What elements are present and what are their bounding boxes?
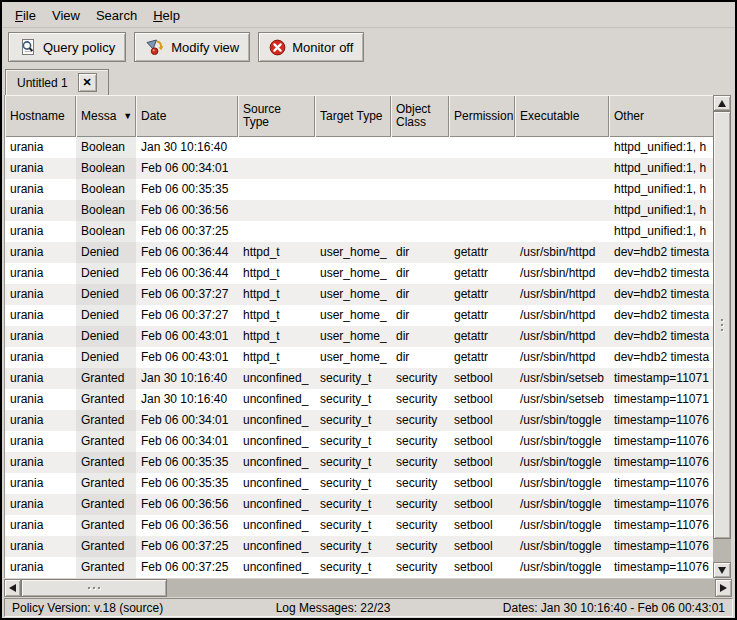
cell-date: Feb 06 00:36:56 bbox=[136, 515, 238, 536]
cell-message: Boolean bbox=[76, 137, 136, 158]
cell-source-type bbox=[238, 200, 315, 221]
dates-status: Dates: Jan 30 10:16:40 - Feb 06 00:43:01 bbox=[503, 601, 725, 615]
close-icon: ✕ bbox=[83, 77, 92, 88]
cell-date: Feb 06 00:43:01 bbox=[136, 326, 238, 347]
table-row[interactable]: uraniaBooleanFeb 06 00:36:56httpd_unifie… bbox=[5, 200, 713, 221]
cell-other: httpd_unified:1, h bbox=[609, 221, 713, 242]
column-header-label: Target Type bbox=[320, 110, 382, 123]
table-row[interactable]: uraniaGrantedJan 30 10:16:40unconfined_s… bbox=[5, 368, 713, 389]
cell-executable: /usr/sbin/toggle bbox=[515, 452, 609, 473]
scroll-down-button[interactable] bbox=[713, 562, 731, 578]
column-header-label: Hostname bbox=[10, 110, 65, 123]
menu-search-label: Search bbox=[96, 8, 137, 23]
cell-permission: setbool bbox=[449, 494, 515, 515]
policy-version-status: Policy Version: v.18 (source) bbox=[12, 601, 163, 615]
cell-target-type: user_home_ bbox=[315, 326, 391, 347]
column-header-object-class[interactable]: Object Class bbox=[391, 95, 449, 137]
cell-object-class: dir bbox=[391, 263, 449, 284]
cell-hostname: urania bbox=[5, 242, 76, 263]
toolbar: Query policy Modify view Mo bbox=[2, 28, 735, 66]
column-header-target-type[interactable]: Target Type bbox=[315, 95, 391, 137]
cell-message: Denied bbox=[76, 326, 136, 347]
table-row[interactable]: uraniaBooleanFeb 06 00:34:01httpd_unifie… bbox=[5, 158, 713, 179]
cell-target-type: security_t bbox=[315, 389, 391, 410]
table-row[interactable]: uraniaDeniedFeb 06 00:37:27httpd_tuser_h… bbox=[5, 305, 713, 326]
cell-permission: getattr bbox=[449, 242, 515, 263]
cell-target-type bbox=[315, 179, 391, 200]
table-row[interactable]: uraniaGrantedFeb 06 00:34:01unconfined_s… bbox=[5, 410, 713, 431]
menu-file[interactable]: File bbox=[7, 4, 44, 27]
table-row[interactable]: uraniaGrantedFeb 06 00:34:01unconfined_s… bbox=[5, 431, 713, 452]
menu-view[interactable]: View bbox=[44, 4, 88, 27]
cell-message: Denied bbox=[76, 284, 136, 305]
table-area: HostnameMessa▼DateSource TypeTarget Type… bbox=[4, 95, 732, 578]
column-header-message[interactable]: Messa▼ bbox=[76, 95, 136, 137]
table-body: uraniaBooleanJan 30 10:16:40httpd_unifie… bbox=[5, 137, 713, 578]
table-row[interactable]: uraniaDeniedFeb 06 00:36:44httpd_tuser_h… bbox=[5, 242, 713, 263]
cell-message: Granted bbox=[76, 473, 136, 494]
cell-executable: /usr/sbin/toggle bbox=[515, 536, 609, 557]
cell-date: Feb 06 00:37:27 bbox=[136, 305, 238, 326]
column-header-hostname[interactable]: Hostname bbox=[5, 95, 76, 137]
table-row[interactable]: uraniaDeniedFeb 06 00:36:44httpd_tuser_h… bbox=[5, 263, 713, 284]
table-row[interactable]: uraniaGrantedJan 30 10:16:40unconfined_s… bbox=[5, 389, 713, 410]
cell-target-type: security_t bbox=[315, 431, 391, 452]
monitor-off-label: Monitor off bbox=[292, 40, 353, 55]
cell-permission bbox=[449, 221, 515, 242]
table-row[interactable]: uraniaBooleanJan 30 10:16:40httpd_unifie… bbox=[5, 137, 713, 158]
cell-source-type: unconfined_ bbox=[238, 473, 315, 494]
cell-other: timestamp=11076 bbox=[609, 431, 713, 452]
scroll-left-button[interactable] bbox=[4, 579, 21, 597]
table-row[interactable]: uraniaGrantedFeb 06 00:35:35unconfined_s… bbox=[5, 473, 713, 494]
table-row[interactable]: uraniaGrantedFeb 06 00:37:25unconfined_s… bbox=[5, 536, 713, 557]
cell-object-class: security bbox=[391, 410, 449, 431]
cell-source-type bbox=[238, 221, 315, 242]
menu-view-label: View bbox=[52, 8, 80, 23]
cell-executable bbox=[515, 179, 609, 200]
cell-hostname: urania bbox=[5, 200, 76, 221]
horizontal-scrollbar-thumb[interactable] bbox=[21, 579, 167, 597]
table-row[interactable]: uraniaGrantedFeb 06 00:35:35unconfined_s… bbox=[5, 452, 713, 473]
cell-executable: /usr/sbin/httpd bbox=[515, 326, 609, 347]
cell-message: Granted bbox=[76, 536, 136, 557]
table-row[interactable]: uraniaDeniedFeb 06 00:43:01httpd_tuser_h… bbox=[5, 347, 713, 368]
horizontal-scrollbar bbox=[4, 579, 732, 597]
query-policy-button[interactable]: Query policy bbox=[8, 32, 126, 62]
cell-message: Boolean bbox=[76, 221, 136, 242]
table-row[interactable]: uraniaGrantedFeb 06 00:36:56unconfined_s… bbox=[5, 515, 713, 536]
cell-date: Feb 06 00:35:35 bbox=[136, 179, 238, 200]
vertical-scrollbar-thumb[interactable] bbox=[713, 111, 731, 539]
cell-hostname: urania bbox=[5, 326, 76, 347]
horizontal-scrollbar-track[interactable] bbox=[21, 579, 715, 597]
table-row[interactable]: uraniaBooleanFeb 06 00:37:25httpd_unifie… bbox=[5, 221, 713, 242]
tab-close-button[interactable]: ✕ bbox=[78, 73, 97, 92]
cell-date: Jan 30 10:16:40 bbox=[136, 368, 238, 389]
cell-object-class bbox=[391, 158, 449, 179]
cell-source-type bbox=[238, 137, 315, 158]
table-row[interactable]: uraniaGrantedFeb 06 00:37:25unconfined_s… bbox=[5, 557, 713, 578]
menu-search[interactable]: Search bbox=[88, 4, 145, 27]
tab-untitled-1[interactable]: Untitled 1 ✕ bbox=[5, 69, 109, 95]
table-row[interactable]: uraniaDeniedFeb 06 00:43:01httpd_tuser_h… bbox=[5, 326, 713, 347]
modify-view-button[interactable]: Modify view bbox=[134, 32, 250, 62]
column-header-other[interactable]: Other bbox=[609, 95, 713, 137]
cell-source-type: unconfined_ bbox=[238, 389, 315, 410]
menu-help[interactable]: Help bbox=[145, 4, 188, 27]
vertical-scrollbar-track[interactable] bbox=[713, 111, 731, 562]
scroll-right-button[interactable] bbox=[715, 579, 732, 597]
table-row[interactable]: uraniaDeniedFeb 06 00:37:27httpd_tuser_h… bbox=[5, 284, 713, 305]
cell-message: Denied bbox=[76, 305, 136, 326]
table-row[interactable]: uraniaBooleanFeb 06 00:35:35httpd_unifie… bbox=[5, 179, 713, 200]
column-header-date[interactable]: Date bbox=[136, 95, 238, 137]
cell-target-type bbox=[315, 200, 391, 221]
table-row[interactable]: uraniaGrantedFeb 06 00:36:56unconfined_s… bbox=[5, 494, 713, 515]
cell-source-type: httpd_t bbox=[238, 326, 315, 347]
scroll-up-button[interactable] bbox=[713, 95, 731, 111]
cell-object-class: security bbox=[391, 473, 449, 494]
column-header-permission[interactable]: Permission bbox=[449, 95, 515, 137]
column-header-source-type[interactable]: Source Type bbox=[238, 95, 315, 137]
query-policy-icon bbox=[19, 38, 37, 56]
monitor-off-button[interactable]: Monitor off bbox=[258, 32, 364, 62]
cell-target-type: security_t bbox=[315, 473, 391, 494]
column-header-executable[interactable]: Executable bbox=[515, 95, 609, 137]
